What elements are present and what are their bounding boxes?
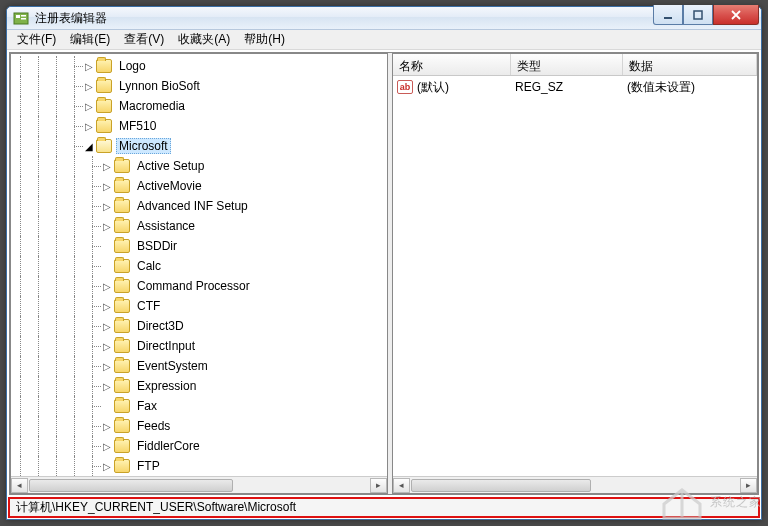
tree-label: Active Setup [134, 158, 207, 174]
close-icon [730, 10, 742, 20]
tree-item[interactable]: ▷CTF [11, 296, 387, 316]
svg-rect-2 [21, 15, 26, 17]
menu-favorites[interactable]: 收藏夹(A) [172, 29, 236, 50]
maximize-button[interactable] [683, 5, 713, 25]
tree-item[interactable]: ▷DirectInput [11, 336, 387, 356]
tree-item[interactable]: ▷ActiveMovie [11, 176, 387, 196]
scroll-right-button[interactable]: ▸ [370, 478, 387, 493]
tree-item[interactable]: ▷ Macromedia [11, 96, 387, 116]
col-name[interactable]: 名称 [393, 54, 511, 75]
tree-item[interactable]: ▷Active Setup [11, 156, 387, 176]
expand-icon[interactable]: ▷ [83, 61, 94, 72]
minimize-button[interactable] [653, 5, 683, 25]
tree-label: ActiveMovie [134, 178, 205, 194]
expand-icon[interactable]: ▷ [101, 301, 112, 312]
expand-icon[interactable]: ▷ [83, 121, 94, 132]
registry-tree[interactable]: ▷ Logo ▷ Lynnon BioSoft ▷ Macromedia [11, 54, 387, 476]
tree-label-selected: Microsoft [116, 138, 171, 154]
folder-icon [114, 459, 130, 473]
tree-item[interactable]: ▷Assistance [11, 216, 387, 236]
regedit-window: 注册表编辑器 文件(F) 编辑(E) 查看(V) 收藏夹(A) 帮助(H) ▷ … [6, 6, 762, 520]
folder-icon [96, 59, 112, 73]
window-buttons [653, 5, 759, 25]
value-type: REG_SZ [515, 80, 627, 94]
tree-h-scrollbar[interactable]: ◂ ▸ [11, 476, 387, 493]
svg-rect-4 [664, 17, 672, 19]
expand-icon[interactable]: ▷ [101, 281, 112, 292]
app-icon [13, 10, 29, 26]
tree-item[interactable]: ▷Feeds [11, 416, 387, 436]
tree-item-microsoft[interactable]: ◢ Microsoft [11, 136, 387, 156]
watermark-logo-icon [660, 484, 704, 520]
menu-view[interactable]: 查看(V) [118, 29, 170, 50]
menu-edit[interactable]: 编辑(E) [64, 29, 116, 50]
expand-icon[interactable]: ▷ [101, 361, 112, 372]
menu-help[interactable]: 帮助(H) [238, 29, 291, 50]
tree-pane: ▷ Logo ▷ Lynnon BioSoft ▷ Macromedia [10, 53, 388, 494]
folder-icon [114, 179, 130, 193]
tree-label: Macromedia [116, 98, 188, 114]
close-button[interactable] [713, 5, 759, 25]
tree-item[interactable]: ▷Expression [11, 376, 387, 396]
tree-label: BSDDir [134, 238, 180, 254]
scroll-thumb[interactable] [29, 479, 233, 492]
folder-icon [114, 159, 130, 173]
scroll-thumb[interactable] [411, 479, 591, 492]
title-bar[interactable]: 注册表编辑器 [7, 7, 761, 30]
tree-item[interactable]: ▷Command Processor [11, 276, 387, 296]
expand-icon[interactable]: ▷ [101, 421, 112, 432]
tree-item[interactable]: ▷FiddlerCore [11, 436, 387, 456]
svg-rect-1 [16, 15, 20, 18]
tree-item[interactable]: ▷Direct3D [11, 316, 387, 336]
window-title: 注册表编辑器 [35, 10, 653, 27]
tree-label: Fax [134, 398, 160, 414]
folder-icon [114, 359, 130, 373]
col-type[interactable]: 类型 [511, 54, 623, 75]
folder-icon [114, 239, 130, 253]
tree-item[interactable]: Calc [11, 256, 387, 276]
tree-label: Expression [134, 378, 199, 394]
tree-label: Calc [134, 258, 164, 274]
tree-item[interactable]: BSDDir [11, 236, 387, 256]
scroll-left-button[interactable]: ◂ [11, 478, 28, 493]
folder-icon [114, 419, 130, 433]
tree-item[interactable]: ▷ MF510 [11, 116, 387, 136]
status-bar: 计算机\HKEY_CURRENT_USER\Software\Microsoft [8, 497, 760, 518]
scroll-left-button[interactable]: ◂ [393, 478, 410, 493]
expand-icon[interactable]: ▷ [101, 341, 112, 352]
expand-icon[interactable]: ▷ [101, 461, 112, 472]
expand-icon[interactable]: ▷ [101, 181, 112, 192]
tree-item[interactable]: ▷Advanced INF Setup [11, 196, 387, 216]
tree-label: MF510 [116, 118, 159, 134]
folder-icon [114, 199, 130, 213]
tree-item[interactable]: ▷EventSystem [11, 356, 387, 376]
expand-icon [101, 261, 112, 272]
list-body[interactable]: ab (默认) REG_SZ (数值未设置) [393, 76, 757, 476]
folder-icon [114, 299, 130, 313]
tree-label: DirectInput [134, 338, 198, 354]
tree-item[interactable]: Fax [11, 396, 387, 416]
collapse-icon[interactable]: ◢ [83, 141, 94, 152]
folder-icon [114, 219, 130, 233]
expand-icon[interactable]: ▷ [101, 221, 112, 232]
scroll-track[interactable] [28, 479, 370, 492]
expand-icon[interactable]: ▷ [101, 381, 112, 392]
folder-icon [114, 379, 130, 393]
expand-icon[interactable]: ▷ [83, 81, 94, 92]
expand-icon[interactable]: ▷ [101, 321, 112, 332]
tree-item[interactable]: ▷ Lynnon BioSoft [11, 76, 387, 96]
menu-bar: 文件(F) 编辑(E) 查看(V) 收藏夹(A) 帮助(H) [7, 30, 761, 50]
col-data[interactable]: 数据 [623, 54, 757, 75]
list-row[interactable]: ab (默认) REG_SZ (数值未设置) [393, 78, 757, 96]
svg-rect-3 [21, 18, 26, 20]
expand-icon[interactable]: ▷ [101, 441, 112, 452]
expand-icon[interactable]: ▷ [83, 101, 94, 112]
list-header: 名称 类型 数据 [393, 54, 757, 76]
menu-file[interactable]: 文件(F) [11, 29, 62, 50]
tree-item[interactable]: ▷ Logo [11, 56, 387, 76]
expand-icon[interactable]: ▷ [101, 161, 112, 172]
expand-icon[interactable]: ▷ [101, 201, 112, 212]
minimize-icon [663, 10, 673, 20]
maximize-icon [693, 10, 703, 20]
tree-item[interactable]: ▷FTP [11, 456, 387, 476]
